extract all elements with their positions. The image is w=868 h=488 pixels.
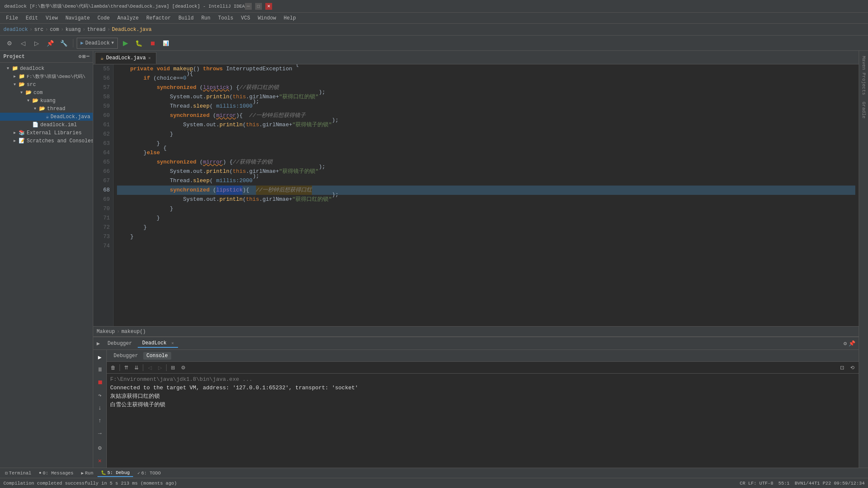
menu-navigate[interactable]: Navigate [62,14,93,22]
run-button[interactable]: ▶ [120,37,131,49]
right-sidebar-maven[interactable]: Maven Projects [860,53,867,98]
menu-help[interactable]: Help [280,14,299,22]
debug-settings-icon[interactable]: ⚙ [843,340,847,347]
breadcrumb-thread[interactable]: thread [87,27,106,33]
menu-analyze[interactable]: Analyze [114,14,142,22]
debug-tab-close-icon[interactable]: ✕ [171,341,174,346]
debugger-subtab[interactable]: Debugger [110,352,142,360]
console-filter-btn[interactable]: ⊞ [168,363,178,372]
bottom-run[interactable]: ▶ Run [78,470,97,477]
line-numbers: 55 56 57 58 59 60 61 62 63 64 65 66 67 6… [93,64,114,326]
console-settings-btn[interactable]: ⚙ [178,363,188,372]
code-line-59: Thread.sleep( millis: 1000); [117,102,855,111]
menu-tools[interactable]: Tools [215,14,237,22]
bottom-todo[interactable]: ✓ 6: TODO [134,470,164,477]
coverage-button[interactable]: 📊 [160,37,172,49]
debug-stepover-btn[interactable]: ↷ [95,390,106,401]
breadcrumb-makeup[interactable]: Makeup [97,329,115,335]
editor-tab-name: DeadLock.java [106,55,146,61]
toolbar-btn4[interactable]: 🔧 [58,37,70,49]
editor-tab-close-icon[interactable]: ✕ [148,55,151,61]
code-editor[interactable]: 55 56 57 58 59 60 61 62 63 64 65 66 67 6… [93,64,859,326]
run-config-selector[interactable]: ▶ Deadlock ▼ [77,38,118,49]
debug-stop-btn[interactable]: ⏹ [95,377,106,388]
status-compilation: Compilation completed successfully in 5 … [3,481,177,486]
code-line-61: System.out.println(this.girlNmae+"获得镜子的锁… [117,120,855,130]
menu-code[interactable]: Code [94,14,113,22]
minimize-button[interactable]: ─ [245,3,252,10]
console-external-btn[interactable]: ⊡ [837,363,847,372]
menu-file[interactable]: File [3,14,22,22]
menu-window[interactable]: Window [254,14,279,22]
project-hide-icon[interactable]: — [86,53,89,60]
breadcrumb-makeup-method[interactable]: makeup() [121,329,146,335]
project-expand-icon[interactable]: ⊞ [83,53,86,60]
stop-button[interactable]: ⏹ [147,37,159,49]
debug-stepinto-btn[interactable]: ↓ [95,402,106,413]
toolbar-project-btn[interactable]: ⚙ [3,37,15,49]
console-scroll-top-btn[interactable]: ⇈ [122,363,131,372]
debug-tab-deadlock[interactable]: DeadLock ✕ [138,339,178,348]
maximize-button[interactable]: □ [255,3,262,10]
project-settings-icon[interactable]: ⚙ [78,53,81,60]
debug-pin-icon[interactable]: 📌 [849,340,855,347]
tree-path[interactable]: ▶ 📁 F:\数学\班级\Demo\代码\ [0,72,93,80]
debug-tab-debugger[interactable]: Debugger [103,340,136,347]
debug-pause-btn[interactable]: ⏸ [95,364,106,375]
toolbar-btn1[interactable]: ◁ [17,37,29,49]
breadcrumb-deadlock[interactable]: deadlock [3,27,28,33]
code-line-74 [117,241,855,251]
debug-run-cursor-btn[interactable]: → [95,428,106,439]
tree-src[interactable]: ▼ 📂 src [0,80,93,89]
right-sidebar-gradle[interactable]: Gradle [860,98,867,122]
console-wrap-btn[interactable]: ⟲ [848,363,857,372]
menu-edit[interactable]: Edit [22,14,42,22]
bottom-messages[interactable]: ● 0: Messages [36,470,77,477]
tree-external-libs[interactable]: ▶ 📚 External Libraries [0,129,93,137]
editor-tab-deadlock[interactable]: ☕ DeadLock.java ✕ [95,52,156,64]
console-subtab-label: Console [147,353,168,359]
code-line-65: synchronized (mirror) {//获得镜子的锁 [117,158,855,167]
status-left: Compilation completed successfully in 5 … [3,481,736,486]
tree-kuang[interactable]: ▼ 📂 kuang [0,97,93,105]
debug-close-sidebar-icon[interactable]: ✕ [95,455,106,466]
debug-button[interactable]: 🐛 [133,37,145,49]
bottom-debug[interactable]: 🐛 5: Debug [97,469,133,477]
tree-deadlock-java[interactable]: ☕ DeadLock.java [0,113,93,121]
debug-stepout-btn[interactable]: ↑ [95,415,106,426]
menu-build[interactable]: Build [175,14,197,22]
toolbar-btn2[interactable]: ▷ [31,37,42,49]
window-controls[interactable]: ─ □ ✕ [245,3,272,10]
debug-content: ▶ ⏸ ⏹ ↷ ↓ ↑ → ⚙ ✕ Debugger [93,350,859,468]
code-line-63: } [117,139,855,148]
breadcrumb-src[interactable]: src [34,27,44,33]
tree-deadlock[interactable]: ▼ 📁 deadlock [0,64,93,72]
console-scroll-bottom-btn[interactable]: ⇊ [132,363,141,372]
code-line-68: synchronized (lipstick){ //一秒钟后想获得口红 [117,186,855,195]
menu-vcs[interactable]: VCS [238,14,254,22]
console-clear-btn[interactable]: 🗑 [108,363,118,372]
tree-deadlock-iml[interactable]: 📄 deadlock.iml [0,121,93,129]
main-layout: Project ⚙ ⊞ — ▼ 📁 deadlock ▶ 📁 F:\数学\班级\… [0,51,868,468]
toolbar-btn3[interactable]: 📌 [44,37,56,49]
tree-thread[interactable]: ▼ 📂 thread [0,105,93,113]
tree-scratches[interactable]: ▶ 📝 Scratches and Consoles [0,137,93,145]
close-button[interactable]: ✕ [265,3,272,10]
main-toolbar: ⚙ ◁ ▷ 📌 🔧 ▶ Deadlock ▼ ▶ 🐛 ⏹ 📊 [0,36,868,51]
menu-run[interactable]: Run [198,14,214,22]
breadcrumb-file[interactable]: DeadLock.java [112,27,152,33]
breadcrumb-com[interactable]: com [50,27,59,33]
debug-resume-icon[interactable]: ▶ [97,340,100,347]
bottom-terminal[interactable]: ⊡ Terminal [2,470,35,477]
menu-refactor[interactable]: Refactor [143,14,174,22]
debug-resume-btn[interactable]: ▶ [95,352,106,363]
menu-view[interactable]: View [42,14,61,22]
project-sidebar: Project ⚙ ⊞ — ▼ 📁 deadlock ▶ 📁 F:\数学\班级\… [0,51,93,468]
debugger-label: Debugger [108,341,132,347]
console-line-4: 白雪公主获得镜子的锁 [110,401,855,409]
breadcrumb-kuang[interactable]: kuang [65,27,81,33]
console-subtab[interactable]: Console [143,352,171,360]
title-text: deadlock [F:\数学\班级\Demo\代码\lambda\thread… [4,3,245,9]
tree-com[interactable]: ▼ 📂 com [0,89,93,97]
debug-settings-sidebar-icon[interactable]: ⚙ [95,442,106,453]
